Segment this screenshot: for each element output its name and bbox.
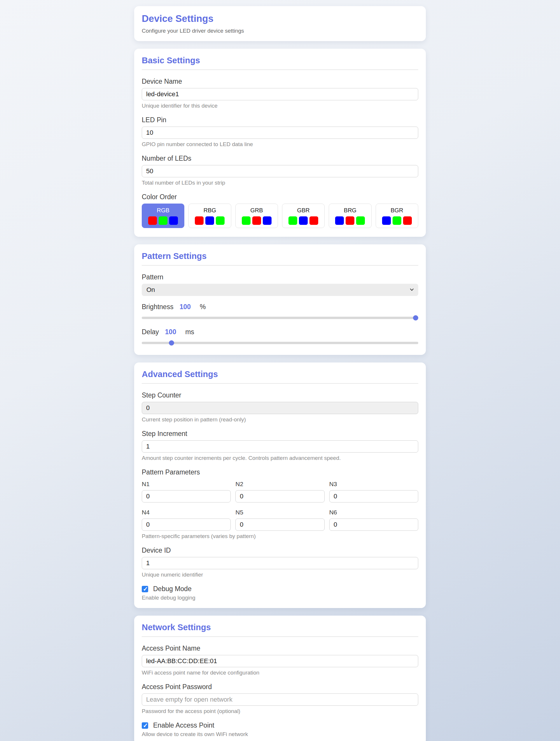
led-pin-input[interactable] <box>142 127 418 139</box>
device-id-input[interactable] <box>142 557 418 569</box>
ap-name-label: Access Point Name <box>142 645 418 652</box>
red-swatch <box>148 216 157 225</box>
brightness-head: Brightness 100 % <box>142 303 418 311</box>
section-divider <box>142 383 418 384</box>
num-leds-input[interactable] <box>142 165 418 177</box>
swatch-row <box>195 216 225 225</box>
device-name-help: Unique identifier for this device <box>142 103 418 109</box>
device-name-group: Device Name Unique identifier for this d… <box>142 78 418 109</box>
param-n1-input[interactable] <box>142 490 231 502</box>
num-leds-label: Number of LEDs <box>142 154 418 162</box>
green-swatch <box>159 216 168 225</box>
green-swatch <box>392 216 401 225</box>
led-pin-help: GPIO pin number connected to LED data li… <box>142 141 418 147</box>
color-order-option-brg[interactable]: BRG <box>329 204 371 228</box>
blue-swatch <box>382 216 391 225</box>
color-order-option-label: GRB <box>250 207 263 214</box>
basic-settings-title: Basic Settings <box>142 56 418 65</box>
enable-ap-checkbox[interactable] <box>142 722 148 729</box>
section-divider <box>142 636 418 637</box>
color-order-option-gbr[interactable]: GBR <box>282 204 325 228</box>
param-n3: N3 <box>329 479 418 502</box>
debug-mode-row: Debug Mode <box>142 585 418 593</box>
param-n6-label: N6 <box>329 509 418 516</box>
page-subtitle: Configure your LED driver device setting… <box>142 28 418 34</box>
param-n1: N1 <box>142 479 231 502</box>
blue-swatch <box>263 216 271 225</box>
green-swatch <box>216 216 225 225</box>
device-id-group: Device ID Unique numeric identifier <box>142 546 418 578</box>
red-swatch <box>195 216 203 225</box>
param-n1-label: N1 <box>142 481 231 488</box>
device-id-label: Device ID <box>142 546 418 554</box>
red-swatch <box>252 216 261 225</box>
param-n2: N2 <box>235 479 324 502</box>
delay-label: Delay <box>142 328 159 336</box>
led-pin-group: LED Pin GPIO pin number connected to LED… <box>142 116 418 147</box>
red-swatch <box>309 216 318 225</box>
pattern-select[interactable]: On <box>142 284 418 296</box>
param-n3-label: N3 <box>329 481 418 488</box>
step-increment-input[interactable] <box>142 440 418 453</box>
ap-name-help: WiFi access point name for device config… <box>142 670 418 676</box>
ap-name-group: Access Point Name WiFi access point name… <box>142 645 418 676</box>
pattern-params-label: Pattern Parameters <box>142 468 418 476</box>
delay-slider[interactable] <box>142 340 418 346</box>
pattern-label: Pattern <box>142 273 418 281</box>
brightness-group: Brightness 100 % <box>142 303 418 321</box>
slider-track[interactable] <box>142 317 418 319</box>
blue-swatch <box>299 216 308 225</box>
brightness-label: Brightness <box>142 303 174 311</box>
advanced-settings-card: Advanced Settings Step Counter Current s… <box>134 362 426 608</box>
network-settings-title: Network Settings <box>142 623 418 632</box>
step-increment-group: Step Increment Amount step counter incre… <box>142 430 418 461</box>
section-divider <box>142 265 418 266</box>
step-counter-label: Step Counter <box>142 391 418 399</box>
enable-ap-row: Enable Access Point <box>142 722 418 729</box>
pattern-params-help: Pattern-specific parameters (varies by p… <box>142 533 418 539</box>
color-order-option-rbg[interactable]: RBG <box>188 204 231 228</box>
ap-password-input[interactable] <box>142 693 418 706</box>
ap-name-input[interactable] <box>142 655 418 667</box>
brightness-slider-thumb[interactable] <box>413 315 418 321</box>
delay-head: Delay 100 ms <box>142 328 418 336</box>
brightness-slider[interactable] <box>142 315 418 321</box>
step-counter-input[interactable] <box>142 402 418 414</box>
param-n6-input[interactable] <box>329 519 418 531</box>
enable-ap-label: Enable Access Point <box>153 722 214 729</box>
advanced-settings-title: Advanced Settings <box>142 369 418 379</box>
delay-slider-thumb[interactable] <box>169 340 174 346</box>
color-order-option-rgb[interactable]: RGB <box>142 204 184 228</box>
param-n2-input[interactable] <box>235 490 324 502</box>
red-swatch <box>403 216 412 225</box>
param-n3-input[interactable] <box>329 490 418 502</box>
delay-group: Delay 100 ms <box>142 328 418 346</box>
led-pin-label: LED Pin <box>142 116 418 124</box>
blue-swatch <box>169 216 178 225</box>
enable-ap-group: Enable Access Point Allow device to crea… <box>142 722 418 738</box>
swatch-row <box>382 216 412 225</box>
color-order-option-bgr[interactable]: BGR <box>376 204 418 228</box>
step-counter-help: Current step position in pattern (read-o… <box>142 416 418 423</box>
enable-ap-help: Allow device to create its own WiFi netw… <box>142 731 418 738</box>
debug-mode-label: Debug Mode <box>153 585 192 593</box>
debug-mode-checkbox[interactable] <box>142 586 148 592</box>
device-name-input[interactable] <box>142 88 418 100</box>
param-n4-label: N4 <box>142 509 231 516</box>
color-order-option-label: BRG <box>344 207 357 214</box>
step-increment-help: Amount step counter increments per cycle… <box>142 455 418 461</box>
swatch-row <box>242 216 271 225</box>
param-n4-input[interactable] <box>142 519 231 531</box>
color-order-option-label: RBG <box>203 207 216 214</box>
slider-track[interactable] <box>142 342 418 344</box>
pattern-group: Pattern On <box>142 273 418 296</box>
param-n5-input[interactable] <box>235 519 324 531</box>
swatch-row <box>289 216 318 225</box>
pattern-select-value: On <box>146 286 155 294</box>
color-order-option-grb[interactable]: GRB <box>235 204 278 228</box>
step-increment-label: Step Increment <box>142 430 418 438</box>
basic-settings-card: Basic Settings Device Name Unique identi… <box>134 49 426 237</box>
param-n5: N5 <box>235 507 324 531</box>
blue-swatch <box>205 216 214 225</box>
device-id-help: Unique numeric identifier <box>142 571 418 578</box>
